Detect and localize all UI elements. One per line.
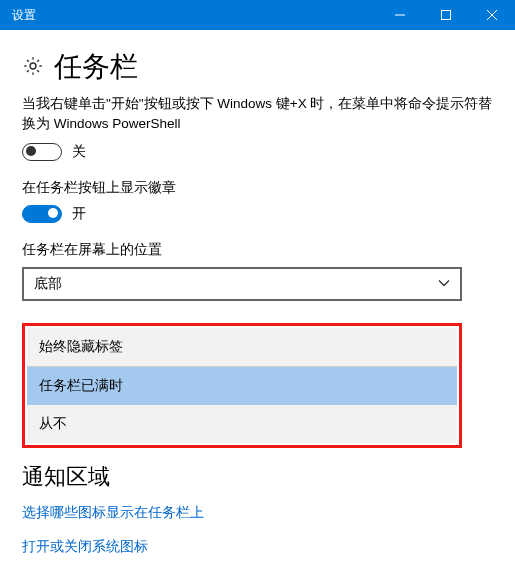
- position-setting-label: 任务栏在屏幕上的位置: [22, 241, 493, 259]
- page-header: 任务栏: [22, 48, 493, 86]
- maximize-button[interactable]: [423, 0, 469, 30]
- close-button[interactable]: [469, 0, 515, 30]
- powershell-toggle[interactable]: [22, 143, 62, 161]
- powershell-toggle-row: 关: [22, 143, 493, 161]
- notification-section-heading: 通知区域: [22, 462, 493, 492]
- page-title: 任务栏: [54, 48, 138, 86]
- window-title: 设置: [12, 7, 377, 24]
- window-titlebar: 设置: [0, 0, 515, 30]
- position-select[interactable]: 底部: [22, 267, 462, 301]
- badges-toggle-row: 开: [22, 205, 493, 223]
- position-select-value: 底部: [34, 275, 62, 293]
- setting-description: 当我右键单击"开始"按钮或按下 Windows 键+X 时，在菜单中将命令提示符…: [22, 94, 493, 135]
- combine-dropdown-label: 始终隐藏标签: [27, 328, 457, 367]
- combine-dropdown: 始终隐藏标签 任务栏已满时 从不: [22, 323, 462, 448]
- link-system-icons[interactable]: 打开或关闭系统图标: [22, 538, 493, 556]
- svg-point-4: [30, 63, 36, 69]
- gear-icon: [22, 55, 44, 80]
- content-area: 任务栏 当我右键单击"开始"按钮或按下 Windows 键+X 时，在菜单中将命…: [0, 30, 515, 562]
- badges-toggle[interactable]: [22, 205, 62, 223]
- chevron-down-icon: [438, 276, 450, 292]
- minimize-button[interactable]: [377, 0, 423, 30]
- combine-option-never[interactable]: 从不: [27, 405, 457, 443]
- badges-setting-label: 在任务栏按钮上显示徽章: [22, 179, 493, 197]
- link-select-icons[interactable]: 选择哪些图标显示在任务栏上: [22, 504, 493, 522]
- powershell-toggle-label: 关: [72, 143, 86, 161]
- combine-option-when-full[interactable]: 任务栏已满时: [27, 367, 457, 405]
- badges-toggle-label: 开: [72, 205, 86, 223]
- svg-rect-1: [442, 11, 451, 20]
